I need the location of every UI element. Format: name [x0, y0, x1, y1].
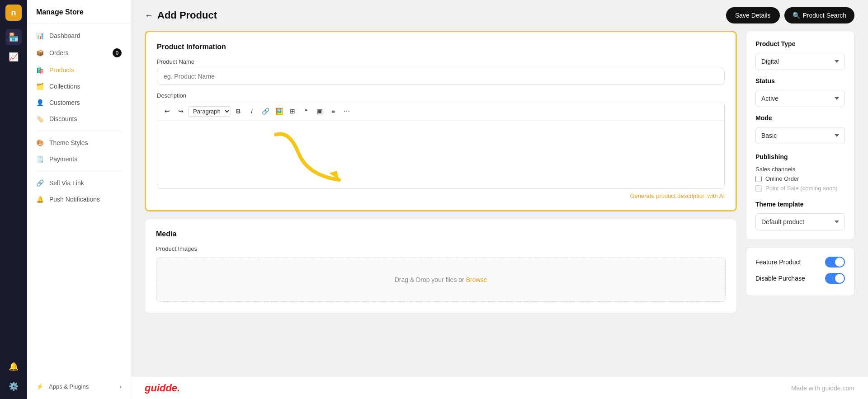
theme-template-select[interactable]: Default product [755, 213, 845, 230]
description-label: Description [157, 92, 725, 99]
ai-generate-link[interactable]: Generate product description with AI [157, 192, 725, 199]
product-type-section: Product Type Digital Status Active Mode [746, 31, 854, 240]
online-order-checkbox[interactable] [755, 176, 762, 182]
rail-chart-icon[interactable]: 📈 [5, 49, 22, 65]
status-select[interactable]: Active [755, 90, 845, 107]
main-content: ← Add Product Save Details 🔍 Product Sea… [131, 0, 868, 399]
sidebar-item-theme-styles[interactable]: 🎨 Theme Styles [27, 135, 131, 151]
mode-select[interactable]: Basic [755, 127, 845, 144]
sidebar-item-label: Dashboard [49, 32, 80, 39]
save-details-button[interactable]: Save Details [726, 7, 780, 23]
theme-template-title: Theme template [755, 201, 845, 208]
sidebar-divider-2 [36, 171, 122, 171]
rail-store-icon[interactable]: 🏪 [5, 29, 22, 45]
browse-link[interactable]: Browse [466, 276, 487, 283]
media-title: Media [156, 230, 726, 238]
media-card: Media Product Images Drag & Drop your fi… [145, 219, 737, 313]
sidebar-item-apps[interactable]: ⚡ Apps & Plugins › [27, 379, 131, 394]
back-button[interactable]: ← [145, 11, 153, 20]
sidebar-nav: 📊 Dashboard 📦 Orders 0 🛍️ Products 🗂️ Co… [27, 24, 131, 211]
chevron-right-icon: › [120, 383, 122, 390]
sidebar-item-sell-via-link[interactable]: 🔗 Sell Via Link [27, 175, 131, 191]
more-button[interactable]: ⋯ [340, 105, 353, 117]
paragraph-select[interactable]: Paragraph [188, 106, 231, 117]
product-search-button[interactable]: 🔍 Product Search [784, 7, 855, 23]
link-button[interactable]: 🔗 [259, 105, 272, 117]
customers-icon: 👤 [36, 99, 44, 106]
redo-button[interactable]: ↪ [175, 105, 187, 117]
dashboard-icon: 📊 [36, 32, 44, 39]
sidebar-item-label: Push Notifications [49, 196, 100, 203]
image-button[interactable]: 🖼️ [273, 105, 285, 117]
product-name-label: Product Name [157, 58, 725, 65]
rail-bell-icon[interactable]: 🔔 [5, 358, 22, 375]
sidebar-item-orders[interactable]: 📦 Orders 0 [27, 44, 131, 62]
feature-section: Feature Product Disable Purchase [746, 247, 854, 296]
orders-icon: 📦 [36, 49, 44, 56]
bold-button[interactable]: B [232, 105, 245, 117]
status-title: Status [755, 77, 845, 84]
sidebar-item-label: Sell Via Link [49, 179, 84, 187]
footer-logo: guidde. [145, 382, 180, 394]
description-editor: ↩ ↪ Paragraph B I 🔗 🖼️ ⊞ ❝ [157, 102, 725, 189]
sidebar-divider-1 [36, 131, 122, 131]
editor-body[interactable] [157, 121, 724, 188]
sidebar-item-collections[interactable]: 🗂️ Collections [27, 78, 131, 94]
quote-button[interactable]: ❝ [300, 105, 312, 117]
search-icon: 🔍 [793, 12, 800, 19]
italic-button[interactable]: I [245, 105, 258, 117]
theme-styles-icon: 🎨 [36, 139, 44, 146]
product-name-input[interactable] [157, 68, 725, 85]
sales-channels-title: Sales channels [755, 166, 845, 173]
disable-purchase-row: Disable Purchase [755, 273, 845, 284]
apps-label: Apps & Plugins [49, 383, 89, 390]
undo-button[interactable]: ↩ [161, 105, 174, 117]
products-icon: 🛍️ [36, 66, 44, 74]
footer-tagline: Made with guidde.com [791, 385, 854, 392]
feature-product-row: Feature Product [755, 257, 845, 268]
sidebar: Manage Store 📊 Dashboard 📦 Orders 0 🛍️ P… [27, 0, 131, 399]
sidebar-item-discounts[interactable]: 🏷️ Discounts [27, 111, 131, 127]
collections-icon: 🗂️ [36, 83, 44, 90]
sidebar-item-label: Payments [49, 155, 77, 163]
product-type-title: Product Type [755, 40, 845, 47]
icon-rail: n 🏪 📈 🔔 ⚙️ [0, 0, 27, 399]
rail-settings-icon[interactable]: ⚙️ [5, 378, 22, 394]
sell-via-link-icon: 🔗 [36, 179, 44, 187]
sidebar-item-label: Orders [49, 49, 69, 56]
disable-purchase-toggle[interactable] [825, 273, 845, 284]
sidebar-item-label: Products [49, 66, 74, 74]
sidebar-bottom: ⚡ Apps & Plugins › [27, 374, 131, 399]
sidebar-item-label: Collections [49, 83, 80, 90]
embed-button[interactable]: ▣ [313, 105, 326, 117]
push-notifications-icon: 🔔 [36, 196, 44, 203]
app-logo: n [5, 5, 22, 21]
sidebar-item-push-notifications[interactable]: 🔔 Push Notifications [27, 191, 131, 207]
right-panel: Product Type Digital Status Active Mode [746, 31, 854, 363]
content-area: Product Information Product Name Descrip… [131, 31, 868, 376]
feature-product-label: Feature Product [755, 258, 801, 266]
apps-icon: ⚡ [36, 383, 43, 390]
pos-checkbox[interactable] [755, 185, 762, 192]
sidebar-item-products[interactable]: 🛍️ Products [27, 62, 131, 78]
sidebar-item-customers[interactable]: 👤 Customers [27, 94, 131, 111]
orders-badge: 0 [113, 48, 122, 57]
product-type-select[interactable]: Digital [755, 53, 845, 70]
discounts-icon: 🏷️ [36, 115, 44, 122]
page-title-area: ← Add Product [145, 9, 217, 21]
sidebar-item-label: Discounts [49, 115, 77, 122]
online-order-label: Online Order [765, 175, 799, 182]
sidebar-item-payments[interactable]: 🗒️ Payments [27, 151, 131, 167]
feature-product-toggle[interactable] [825, 257, 845, 268]
list-button[interactable]: ≡ [327, 105, 340, 117]
product-images-label: Product Images [156, 245, 726, 252]
product-info-title: Product Information [157, 43, 725, 51]
page-title: Add Product [157, 9, 217, 21]
publishing-title: Publishing [755, 153, 845, 160]
sidebar-store-name: Manage Store [27, 0, 131, 24]
online-order-row: Online Order [755, 175, 845, 182]
sidebar-item-label: Theme Styles [49, 139, 88, 146]
dropzone[interactable]: Drag & Drop your files or Browse [156, 258, 726, 302]
sidebar-item-dashboard[interactable]: 📊 Dashboard [27, 28, 131, 44]
table-button[interactable]: ⊞ [286, 105, 299, 117]
